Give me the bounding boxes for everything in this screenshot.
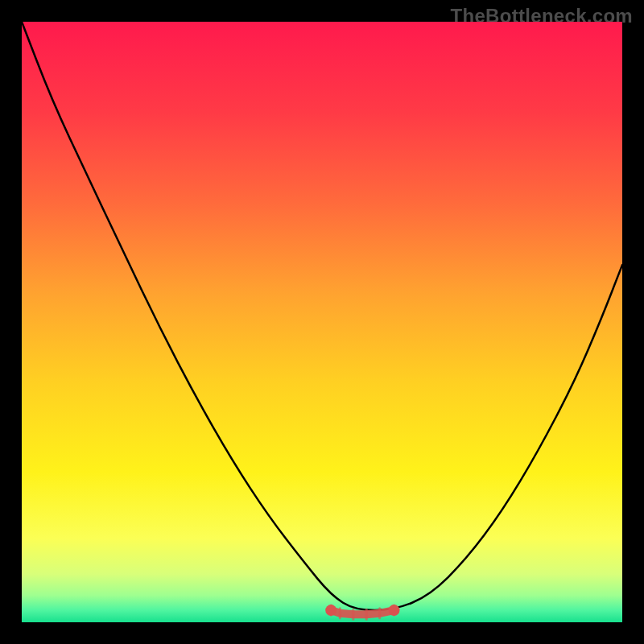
plot-area [22,22,622,622]
svg-point-6 [325,605,336,616]
chart-frame: TheBottleneck.com [0,0,644,644]
gradient-background [22,22,622,622]
svg-point-7 [389,605,400,616]
bottleneck-chart [22,22,622,622]
